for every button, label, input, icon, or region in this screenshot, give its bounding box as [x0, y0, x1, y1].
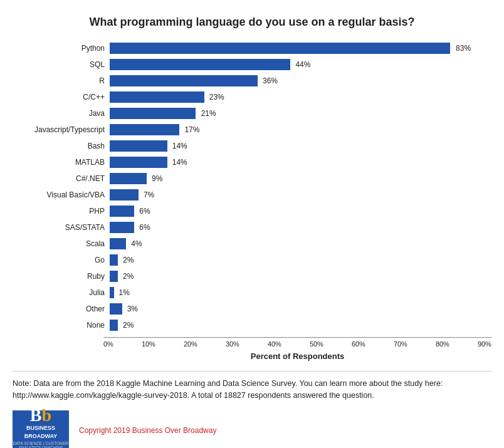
bar-value-label: 83% [456, 44, 471, 53]
bar-value-label: 23% [209, 93, 224, 102]
x-axis-title: Percent of Respondents [13, 352, 491, 361]
bar-label: R [19, 76, 110, 85]
x-axis-tick: 70% [394, 340, 407, 348]
bar-row: Javascript/Typescript17% [19, 123, 479, 137]
bar-label: Bash [19, 142, 110, 150]
bar-container: 14% [110, 140, 479, 152]
bar-row: SQL44% [19, 58, 479, 71]
bar-row: Bash14% [19, 139, 479, 153]
x-axis-tick: 80% [436, 340, 449, 348]
x-axis-tick: 10% [142, 340, 155, 348]
bar-label: Visual Basic/VBA [19, 190, 110, 199]
bar-value-label: 1% [119, 288, 130, 297]
bar-label: Julia [19, 288, 110, 297]
chart-area: Python83%SQL44%R36%C/C++23%Java21%Javasc… [13, 41, 491, 335]
bar-value-label: 3% [127, 305, 138, 313]
footer: Bb BUSINESS BROADWAY DATA SCIENCE | CUST… [13, 410, 491, 449]
copyright: Copyright 2019 Business Over Broadway [79, 426, 216, 435]
bar-fill [110, 140, 167, 152]
bar-row: PHP6% [19, 204, 479, 218]
bar-row: C#/.NET9% [19, 172, 479, 185]
bar-fill [110, 157, 167, 168]
bar-row: Python83% [19, 41, 479, 55]
bar-label: PHP [19, 207, 110, 216]
x-axis-tick: 30% [226, 340, 239, 348]
bar-container: 6% [110, 206, 479, 217]
bar-label: SQL [19, 60, 110, 69]
bar-row: MATLAB14% [19, 155, 479, 169]
x-axis-tick: 90% [478, 340, 491, 348]
bar-row: Ruby2% [19, 269, 479, 283]
bar-container: 1% [110, 287, 479, 298]
x-axis-tick: 0% [103, 340, 113, 348]
bar-label: SAS/STATA [19, 223, 110, 232]
x-axis-tick: 50% [310, 340, 323, 348]
bar-container: 2% [110, 320, 479, 331]
bar-value-label: 14% [172, 142, 187, 150]
bar-fill [110, 173, 147, 184]
bar-value-label: 14% [172, 158, 187, 167]
bar-container: 2% [110, 254, 479, 266]
x-axis-area: 0%10%20%30%40%50%60%70%80%90% [13, 337, 491, 348]
bar-container: 44% [110, 59, 479, 70]
bar-label: Javascript/Typescript [19, 125, 110, 134]
bar-container: 6% [110, 222, 479, 233]
bar-container: 3% [110, 303, 479, 315]
bar-label: None [19, 321, 110, 330]
bar-value-label: 21% [201, 109, 216, 118]
chart-wrapper: Python83%SQL44%R36%C/C++23%Java21%Javasc… [13, 41, 491, 361]
bar-row: Other3% [19, 302, 479, 316]
bar-fill [110, 124, 179, 135]
bar-value-label: 9% [152, 174, 162, 183]
bar-label: Other [19, 305, 110, 313]
bar-fill [110, 75, 258, 86]
x-axis-tick: 60% [352, 340, 365, 348]
bar-container: 21% [110, 108, 479, 119]
bar-row: Java21% [19, 107, 479, 120]
logo-tagline: DATA SCIENCE | CUSTOMER ANALYTICS | MACH… [13, 441, 69, 448]
bar-fill [110, 91, 204, 103]
bar-fill [110, 254, 118, 266]
bar-container: 17% [110, 124, 479, 135]
bar-value-label: 36% [263, 76, 278, 85]
bar-fill [110, 320, 118, 331]
logo-box: Bb BUSINESS BROADWAY DATA SCIENCE | CUST… [13, 410, 69, 449]
note-text: Note: Data are from the 2018 Kaggle Mach… [13, 371, 491, 402]
bar-value-label: 6% [139, 207, 150, 216]
bar-value-label: 2% [123, 272, 134, 281]
bar-fill [110, 59, 290, 70]
bar-label: Java [19, 109, 110, 118]
bar-value-label: 7% [144, 190, 154, 199]
x-axis-tick: 40% [268, 340, 281, 348]
bar-container: 36% [110, 75, 479, 86]
bar-container: 23% [110, 91, 479, 103]
bar-row: Visual Basic/VBA7% [19, 188, 479, 202]
bar-row: C/C++23% [19, 90, 479, 104]
bar-fill [110, 206, 134, 217]
x-axis-tick: 20% [184, 340, 197, 348]
bar-value-label: 2% [123, 256, 134, 264]
chart-title: What programming language do you use on … [13, 16, 491, 29]
bar-fill [110, 238, 126, 249]
bar-row: Julia1% [19, 286, 479, 300]
bar-label: Python [19, 44, 110, 53]
bar-value-label: 44% [295, 60, 310, 69]
bar-label: C/C++ [19, 93, 110, 102]
x-axis-labels: 0%10%20%30%40%50%60%70%80%90% [103, 337, 491, 348]
bar-fill [110, 271, 118, 282]
bar-fill [110, 43, 450, 54]
bar-value-label: 2% [123, 321, 134, 330]
bar-row: Go2% [19, 253, 479, 267]
bar-container: 7% [110, 189, 479, 201]
bar-container: 83% [110, 43, 479, 54]
bar-label: Scala [19, 239, 110, 248]
bar-container: 4% [110, 238, 479, 249]
bar-container: 9% [110, 173, 479, 184]
bar-label: MATLAB [19, 158, 110, 167]
bar-label: C#/.NET [19, 174, 110, 183]
bar-container: 2% [110, 271, 479, 282]
bar-label: Ruby [19, 272, 110, 281]
bar-fill [110, 189, 139, 201]
bar-value-label: 6% [139, 223, 150, 232]
bar-fill [110, 222, 134, 233]
